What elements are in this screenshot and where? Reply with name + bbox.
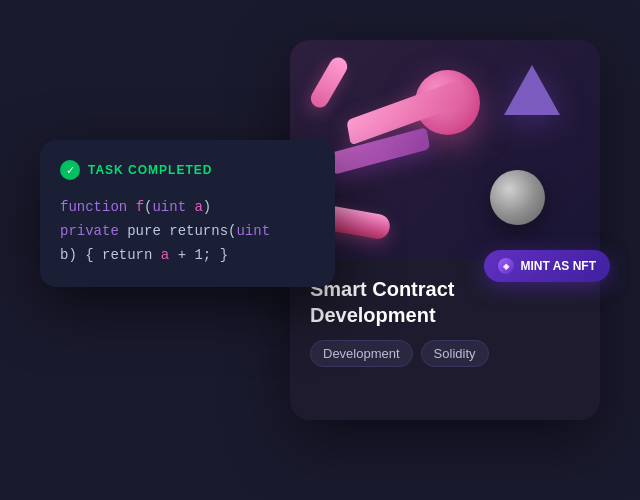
check-icon: ✓: [60, 160, 80, 180]
scene: Smart Contract Development Development S…: [40, 40, 600, 460]
card-title: Smart Contract Development: [310, 276, 580, 328]
tag-solidity: Solidity: [421, 340, 489, 367]
purple-triangle: [504, 65, 560, 115]
right-card: Smart Contract Development Development S…: [290, 40, 600, 420]
code-line-3: b) { return a + 1; }: [60, 244, 315, 268]
code-line-2: private pure returns(uint: [60, 220, 315, 244]
shape-container: [290, 40, 600, 260]
card-image: [290, 40, 600, 260]
mint-nft-button[interactable]: ◈ MINT AS NFT: [484, 250, 610, 282]
gray-sphere: [490, 170, 545, 225]
left-card: ✓ TASK COMPLETED function f(uint a) priv…: [40, 140, 335, 287]
task-status: TASK COMPLETED: [88, 163, 212, 177]
pill-shape: [307, 54, 350, 111]
code-block: function f(uint a) private pure returns(…: [60, 196, 315, 267]
code-line-1: function f(uint a): [60, 196, 315, 220]
mint-label: MINT AS NFT: [520, 259, 596, 273]
tags-container: Development Solidity: [310, 340, 580, 367]
task-badge: ✓ TASK COMPLETED: [60, 160, 315, 180]
mint-icon: ◈: [498, 258, 514, 274]
tag-development: Development: [310, 340, 413, 367]
